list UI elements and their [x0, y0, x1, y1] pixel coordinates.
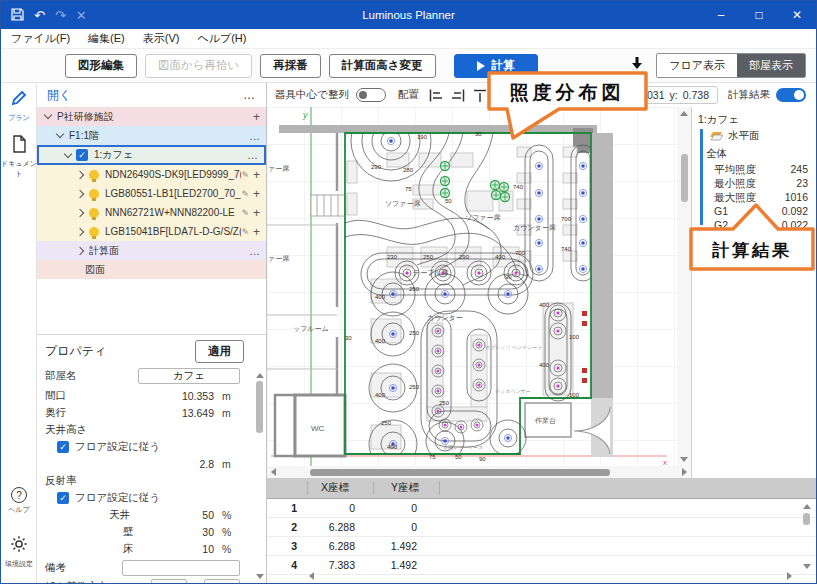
svg-text:ソファー席: ソファー席 [385, 200, 421, 207]
chevron-right-icon[interactable] [76, 189, 84, 197]
add-icon[interactable]: + [253, 225, 260, 239]
tree-calc-plane-row[interactable]: 計算面 … [37, 241, 266, 260]
edit-icon[interactable]: ✎ [241, 208, 249, 218]
chevron-right-icon[interactable] [76, 227, 84, 235]
align-right-icon[interactable] [451, 89, 465, 102]
tree-fixture-row[interactable]: NNN62721W+NNN82200-LE ✎ + [37, 203, 266, 222]
tree-fixture-row[interactable]: LGB80551-LB1[LED2700_70_2( ✎ + [37, 184, 266, 203]
chevron-down-icon[interactable] [44, 111, 52, 119]
bulb-icon [89, 208, 99, 218]
rail-document[interactable]: ドキュメント [1, 135, 37, 179]
add-icon[interactable]: + [253, 168, 260, 182]
align-fixture-label: 器具中心で整列 [275, 88, 349, 102]
results-room-name: 1:カフェ [698, 113, 739, 127]
menu-edit[interactable]: 編集(E) [88, 31, 125, 46]
pencil-icon [10, 89, 28, 107]
rail-settings[interactable]: 環境設定 [1, 535, 37, 569]
tree-menu-icon[interactable]: … [243, 88, 256, 102]
properties-panel: プロパティ 適用 部屋名 間口 10.353 m 奥行 13.649 m 天井高… [37, 334, 266, 583]
add-icon[interactable]: + [253, 187, 260, 201]
add-icon[interactable]: + [253, 206, 260, 220]
menu-help[interactable]: ヘルプ(H) [197, 31, 246, 46]
note-input[interactable] [122, 560, 240, 576]
tree-floor-row[interactable]: F1:1階 … [37, 126, 266, 145]
download-icon[interactable] [630, 56, 644, 76]
menu-view[interactable]: 表示(V) [143, 31, 180, 46]
chevron-right-icon[interactable] [76, 170, 84, 178]
align-top-icon[interactable] [473, 89, 487, 102]
canvas-horizontal-scrollbar[interactable] [267, 466, 691, 478]
menu-file[interactable]: ファイル(F) [11, 31, 70, 46]
open-link[interactable]: 開く [47, 87, 71, 104]
plane-icon [710, 131, 723, 142]
wall-reflect-label: 壁 [123, 525, 134, 539]
tilt-x-input[interactable] [151, 579, 187, 584]
room-checkbox-icon[interactable] [76, 149, 88, 161]
rail-plan[interactable]: プラン [1, 89, 37, 123]
tree-room-row[interactable]: 1:カフェ … [37, 145, 266, 165]
room-label: 1:カフェ [94, 148, 247, 162]
help-icon: ? [11, 487, 27, 503]
row-menu-icon[interactable]: … [247, 149, 258, 161]
plan-canvas[interactable]: y x [267, 107, 691, 478]
results-toggle[interactable] [776, 88, 806, 102]
align-fixture-toggle[interactable] [356, 88, 386, 102]
svg-text:90: 90 [505, 274, 512, 280]
apply-button[interactable]: 適用 [195, 340, 244, 363]
tilt-label: 傾き基準方向 [45, 580, 108, 584]
edit-icon[interactable]: ✎ [241, 170, 249, 180]
column-header-x[interactable]: X座標 [307, 481, 367, 495]
follow-floor-checkbox[interactable] [57, 492, 69, 504]
tree-fixture-row[interactable]: LGB15041BF[LDA7L-D-G/S/Z( ✎ + [37, 222, 266, 241]
edit-shape-button[interactable]: 図形編集 [65, 54, 137, 78]
follow-floor-checkbox[interactable] [57, 441, 69, 453]
renumber-button[interactable]: 再採番 [260, 54, 321, 78]
result-row: 最小照度23 [714, 177, 808, 191]
svg-text:400: 400 [375, 338, 386, 344]
canvas-vertical-scrollbar[interactable] [677, 107, 691, 466]
tree-drawing-row[interactable]: 図面 [37, 260, 266, 279]
title-bar: ↶ ↷ ✕ Luminous Planner – □ ✕ [1, 1, 816, 29]
edit-icon[interactable]: ✎ [241, 227, 249, 237]
chevron-right-icon[interactable] [76, 208, 84, 216]
align-left-icon[interactable] [429, 89, 443, 102]
chevron-right-icon[interactable] [76, 246, 84, 254]
svg-text:WC: WC [311, 424, 325, 433]
calc-plane-height-button[interactable]: 計算面高さ変更 [329, 54, 436, 78]
svg-text:250: 250 [423, 254, 434, 260]
tree-fixture-row[interactable]: NDN26490S-DK9[LED9999_7( ✎ + [37, 165, 266, 184]
menu-bar: ファイル(F) 編集(E) 表示(V) ヘルプ(H) [1, 29, 816, 49]
svg-text:250: 250 [409, 286, 420, 292]
floor-view-button[interactable]: フロア表示 [657, 54, 737, 77]
tilt-y-input[interactable] [204, 579, 240, 584]
table-row[interactable]: 1 0 0 [267, 499, 816, 518]
document-icon [11, 135, 27, 153]
svg-text:400: 400 [375, 294, 386, 300]
chevron-down-icon[interactable] [64, 149, 72, 157]
room-name-input[interactable] [138, 368, 240, 384]
rail-help[interactable]: ? ヘルプ [1, 487, 37, 515]
table-row[interactable]: 2 6.288 0 [267, 518, 816, 537]
rail-settings-label: 環境設定 [1, 559, 37, 569]
svg-text:400: 400 [495, 254, 506, 260]
follow-floor-label: フロア設定に従う [75, 440, 160, 454]
svg-text:ディスペンサー: ディスペンサー [495, 388, 531, 394]
results-toggle-label: 計算結果 [728, 88, 770, 102]
row-menu-icon[interactable]: … [249, 245, 260, 257]
result-row: 最大照度1016 [714, 191, 808, 205]
table-row[interactable]: 3 6.288 1.492 [267, 537, 816, 556]
properties-scrollbar[interactable] [254, 371, 265, 581]
coord-x-value: -3.031 [635, 89, 665, 101]
table-horizontal-scrollbar[interactable] [307, 571, 794, 581]
edit-icon[interactable]: ✎ [241, 189, 249, 199]
calculate-button[interactable]: 計算 [454, 54, 538, 78]
column-header-y[interactable]: Y座標 [367, 481, 427, 495]
tree-project-row[interactable]: P社研修施設 + [37, 107, 266, 126]
row-menu-icon[interactable]: … [249, 130, 260, 142]
table-vertical-scrollbar[interactable] [801, 504, 812, 569]
room-view-button[interactable]: 部屋表示 [737, 54, 805, 77]
calc-plane-item[interactable]: 水平面 [710, 129, 760, 143]
chevron-down-icon[interactable] [56, 130, 64, 138]
add-icon[interactable]: + [253, 110, 260, 124]
fixture-label: LGB80551-LB1[LED2700_70_2( [105, 188, 241, 199]
